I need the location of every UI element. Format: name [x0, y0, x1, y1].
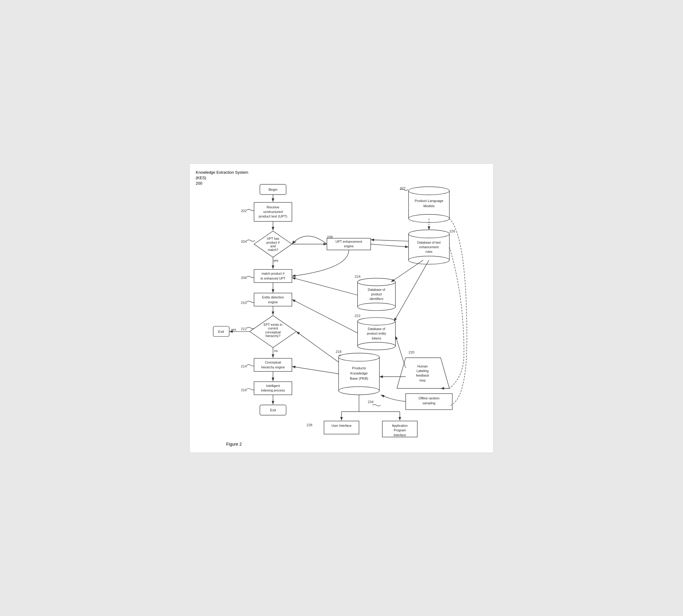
begin-label: Begin [269, 188, 277, 191]
svg-text:Database of: Database of [368, 327, 385, 331]
svg-point-61 [358, 278, 396, 286]
svg-text:match product #: match product # [261, 272, 284, 275]
svg-text:conceptual: conceptual [265, 330, 281, 334]
flowchart-svg: Begin 202 Receive unstructured product t… [196, 173, 487, 446]
n220-trapezoid [397, 358, 449, 389]
svg-text:identifiers: identifiers [369, 297, 383, 301]
svg-text:sampling: sampling [423, 401, 435, 405]
ref-214: 214 [241, 364, 247, 368]
svg-text:Labeling: Labeling [417, 369, 429, 373]
svg-text:Product Language: Product Language [414, 199, 443, 202]
svg-text:feedback: feedback [416, 374, 429, 377]
svg-text:product: product [371, 292, 382, 296]
svg-point-77 [339, 353, 379, 361]
svg-line-66 [292, 278, 358, 295]
svg-rect-98 [324, 421, 359, 434]
svg-text:product text (UPT): product text (UPT) [259, 215, 287, 218]
ref-216: 216 [241, 388, 247, 392]
svg-text:tokens: tokens [371, 336, 381, 340]
svg-text:Knowledge: Knowledge [350, 371, 368, 375]
svg-point-69 [358, 317, 396, 325]
svg-text:Interface: Interface [393, 433, 406, 437]
svg-text:yes: yes [273, 258, 278, 262]
svg-line-75 [394, 260, 429, 321]
ref-210: 210 [241, 301, 247, 304]
svg-text:Application: Application [392, 424, 408, 427]
svg-line-58 [371, 244, 409, 247]
svg-text:unstructured: unstructured [263, 210, 283, 213]
svg-text:UPT has: UPT has [267, 237, 279, 240]
ref-224: 224 [355, 274, 361, 278]
ref-226: 226 [449, 229, 455, 233]
svg-text:Human: Human [417, 364, 428, 368]
svg-point-62 [358, 303, 396, 310]
svg-text:loop: loop [420, 378, 426, 382]
svg-text:engine: engine [268, 300, 278, 304]
svg-text:Program: Program [393, 428, 406, 432]
svg-text:User Interface: User Interface [332, 424, 351, 427]
svg-text:to enhanced UPT: to enhanced UPT [260, 277, 285, 280]
diagram-area: Begin 202 Receive unstructured product t… [196, 173, 487, 446]
svg-text:Database of text: Database of text [417, 240, 441, 244]
svg-line-82 [292, 366, 339, 374]
ref-212: 212 [241, 327, 247, 331]
svg-text:Products: Products [352, 366, 366, 370]
svg-text:UPT enhancement: UPT enhancement [336, 239, 362, 243]
ref-204: 204 [241, 239, 247, 243]
svg-text:Database of: Database of [368, 287, 385, 291]
svg-text:Entity detection: Entity detection [262, 295, 284, 299]
svg-text:Models: Models [423, 204, 435, 207]
ref-234: 234 [368, 400, 374, 403]
svg-text:hierarchy?: hierarchy? [265, 334, 280, 338]
svg-text:product #: product # [266, 240, 280, 244]
ref-220: 220 [408, 350, 414, 354]
svg-point-50 [408, 230, 449, 238]
ref-227: 227 [400, 186, 406, 190]
page-container: Knowledge Extraction System (KES) 200 Be… [189, 163, 494, 453]
svg-line-59 [371, 240, 409, 241]
svg-line-74 [292, 299, 358, 333]
figure-label: Figure 2 [226, 442, 242, 446]
svg-text:Exit: Exit [218, 329, 224, 333]
svg-text:EPT exists in: EPT exists in [263, 323, 282, 326]
svg-text:and: and [270, 244, 276, 248]
svg-point-78 [339, 386, 379, 395]
ref-206: 206 [241, 276, 247, 280]
svg-point-45 [408, 186, 449, 195]
svg-line-90 [396, 336, 406, 368]
svg-text:yes: yes [231, 327, 236, 331]
svg-text:hierarchy engine: hierarchy engine [261, 365, 285, 369]
svg-text:rules: rules [426, 250, 432, 254]
svg-text:Intelligent: Intelligent [266, 383, 280, 387]
ref-218: 218 [336, 350, 341, 353]
svg-text:current: current [268, 326, 278, 330]
svg-text:Conceptual: Conceptual [265, 360, 281, 364]
svg-text:Exit: Exit [270, 408, 276, 412]
svg-text:Offline random: Offline random [419, 396, 440, 400]
ref-222: 222 [355, 314, 360, 317]
ref-202: 202 [241, 209, 247, 213]
svg-point-70 [358, 342, 396, 350]
svg-text:Base (PKB): Base (PKB) [350, 376, 368, 380]
svg-text:no: no [274, 349, 278, 352]
svg-text:match?: match? [268, 248, 278, 251]
svg-text:engine: engine [344, 244, 354, 248]
svg-text:enhancement: enhancement [420, 245, 439, 248]
n202-label: Receive [266, 205, 279, 209]
svg-text:product entity: product entity [367, 332, 386, 335]
ref-228: 228 [306, 423, 312, 427]
svg-text:indexing process: indexing process [261, 389, 285, 392]
